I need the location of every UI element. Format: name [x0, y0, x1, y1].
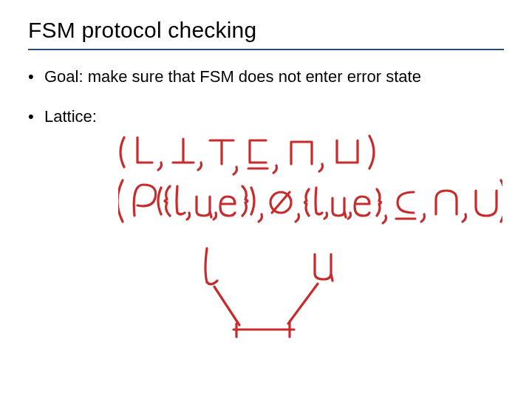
handwritten-annotation: [118, 133, 502, 355]
bullet-item: Goal: make sure that FSM does not enter …: [28, 66, 504, 87]
bullet-item: Lattice:: [28, 106, 504, 127]
slide-title: FSM protocol checking: [28, 18, 256, 43]
slide: FSM protocol checking Goal: make sure th…: [0, 0, 532, 399]
title-underline: [28, 49, 504, 50]
